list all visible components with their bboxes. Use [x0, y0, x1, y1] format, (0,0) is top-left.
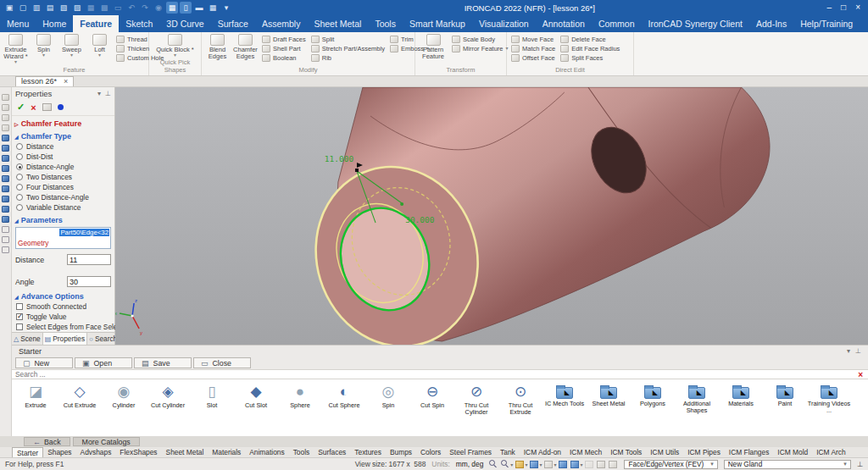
copy-icon[interactable]: ▩ [98, 2, 110, 14]
catalog-item[interactable]: ⊙Thru Cut Extrude [498, 384, 542, 416]
side-panel-tab[interactable]: ▤Properties [43, 333, 87, 345]
clear-search-icon[interactable]: × [858, 370, 865, 379]
menu-tab[interactable]: Visualization [472, 15, 536, 32]
parameters-header[interactable]: ◢ Parameters [12, 213, 114, 225]
dock-catalog-shape-icon[interactable] [2, 206, 9, 213]
catalog-item[interactable]: ◆Cut Slot [234, 384, 278, 409]
catalog-item[interactable]: ▯Slot [190, 384, 234, 409]
menu-tab[interactable]: 3D Curve [159, 15, 210, 32]
catalog-tab[interactable]: Sheet Metal [162, 447, 209, 457]
ribbon-button-small[interactable]: Scale Body [452, 36, 509, 43]
catalog-tab[interactable]: Materials [208, 447, 245, 457]
menu-tab[interactable]: IronCAD Synergy Client [641, 15, 748, 32]
ribbon-button-large[interactable]: Quick Block *▾ [155, 33, 196, 58]
menu-tab[interactable]: Tools [368, 15, 403, 32]
dock-measure-tool-icon[interactable] [2, 226, 9, 233]
import-icon[interactable]: ▧ [58, 2, 70, 14]
chamfer-type-option[interactable]: Four Distances [12, 182, 114, 192]
status-icon-button[interactable] [585, 461, 594, 468]
drag-handle-base[interactable] [355, 169, 359, 172]
catalog-toolbar-button[interactable]: ▣Open [75, 357, 132, 368]
catalog-item[interactable]: ●Sphere [278, 384, 322, 409]
close-button[interactable]: × [855, 1, 860, 14]
catalog-toolbar-button[interactable]: ▢New [15, 357, 73, 368]
menu-tab[interactable]: Assembly [255, 15, 308, 32]
ribbon-button-large[interactable]: Pattern Feature [417, 33, 449, 60]
catalog-tab[interactable]: ICM Tools [606, 447, 646, 457]
advance-option-checkbox[interactable]: Select Edges from Face Selection [12, 322, 114, 332]
catalog-tab[interactable]: Animations [245, 447, 288, 457]
status-icon-button[interactable]: ▾ [515, 461, 527, 468]
catalog-toolbar-button[interactable]: ▤Save [134, 357, 192, 368]
undo-icon[interactable]: ↶ [125, 2, 137, 14]
new-scene-icon[interactable]: ▢ [17, 2, 29, 14]
menu-tab[interactable]: Sketch [119, 15, 159, 32]
side-panel-tab[interactable]: △Scene [12, 333, 43, 345]
ribbon-button-small[interactable]: Match Face [511, 45, 555, 53]
catalog-item[interactable]: ⊘Thru Cut Cylinder [454, 384, 498, 416]
dock-clip-tool-icon[interactable] [2, 246, 9, 253]
angle-input[interactable] [67, 276, 111, 287]
ribbon-button-small[interactable]: Shell Part [262, 45, 306, 53]
back-button[interactable]: ← Back [24, 437, 70, 446]
ribbon-button-large[interactable]: Spin▾ [30, 33, 58, 64]
menu-tab[interactable]: Common [592, 15, 642, 32]
panel-pin-icon[interactable]: ⊥ [105, 90, 111, 97]
catalog-search-input[interactable] [15, 370, 858, 379]
chamfer-type-option[interactable]: Distance [12, 141, 114, 152]
ribbon-button-small[interactable]: Boolean [262, 54, 306, 62]
dock-extrude-icon[interactable] [2, 94, 9, 101]
catalog-tab[interactable]: Steel Frames [445, 447, 496, 457]
dock-catalog-shape-icon[interactable] [2, 155, 9, 162]
ribbon-button-small[interactable]: Rib [311, 54, 385, 62]
layout-icon[interactable]: ▦ [207, 2, 219, 14]
catalog-item[interactable]: Sheet Metal [587, 384, 631, 407]
dock-sweep-icon[interactable] [2, 114, 9, 121]
menu-tab[interactable]: Help/Training [793, 15, 860, 32]
catalog-tab[interactable]: FlexShapes [115, 447, 161, 457]
dock-catalog-shape-icon[interactable] [2, 196, 9, 202]
status-icon-button[interactable] [489, 460, 498, 468]
status-icon-button[interactable]: ▾ [530, 461, 542, 468]
ribbon-button-small[interactable]: Offset Face [511, 54, 555, 62]
catalog-tab[interactable]: ICM Arch [812, 447, 849, 457]
catalog-item[interactable]: Polygons [631, 384, 675, 407]
qat-more-icon[interactable]: ▾ [220, 2, 232, 14]
catalog-item[interactable]: ◉Cylinder [102, 384, 146, 409]
catalog-item[interactable]: ◐Cut Sphere [322, 384, 366, 409]
panel-collapse-icon[interactable]: ▾ [97, 90, 101, 97]
status-icon-button[interactable] [609, 461, 618, 468]
export-icon[interactable]: ▨ [71, 2, 83, 14]
catalog-tab[interactable]: ICM Flanges [725, 447, 773, 457]
ribbon-button-small[interactable]: Split [311, 36, 385, 43]
menu-tab[interactable]: Sheet Metal [307, 15, 368, 32]
menu-tab[interactable]: Annotation [536, 15, 592, 32]
catalog-tab[interactable]: ICM Pipes [683, 447, 725, 457]
chamfer-type-header[interactable]: ◢ Chamfer Type [12, 129, 114, 141]
paste-icon[interactable]: ▭ [112, 2, 124, 14]
catalog-tab[interactable]: Advshaps [76, 447, 116, 457]
catalog-tab[interactable]: Starter [12, 447, 43, 457]
catalog-tab[interactable]: ICM Add-on [520, 447, 565, 457]
chamfer-type-option[interactable]: Two Distance-Angle [12, 192, 114, 202]
status-corner-icon[interactable]: ⊥ [857, 460, 863, 468]
advance-option-checkbox[interactable]: Toggle Value [12, 312, 114, 322]
catalog-item[interactable]: Additional Shapes [675, 384, 719, 414]
ribbon-button-small[interactable]: Move Face [511, 36, 555, 43]
ribbon-button-large[interactable]: Chamfer Edges [231, 33, 259, 60]
grid-snap-icon[interactable]: ▦ [166, 2, 178, 14]
starter-pin-icon[interactable]: ⊥ [855, 347, 861, 355]
geometry-selection-box[interactable]: Geometry Part50\Edge<32 [15, 227, 111, 249]
document-tab[interactable]: lesson 26* × [15, 76, 74, 86]
catalog-tab[interactable]: Colors [416, 447, 445, 457]
status-icon-button[interactable]: ▾ [570, 461, 582, 468]
catalog-item[interactable]: ◇Cut Extrude [58, 384, 102, 409]
more-catalogs-button[interactable]: More Catalogs [73, 437, 140, 446]
catalog-tab[interactable]: ICM Mold [773, 447, 812, 457]
command-search[interactable]: Search Commands... [860, 15, 868, 32]
ribbon-button-large[interactable]: Extrude Wizard *▾ [2, 33, 30, 64]
save-icon[interactable]: ▤ [44, 2, 56, 14]
advance-options-header[interactable]: ◢ Advance Options [12, 289, 114, 301]
dock-catalog-shape-icon[interactable] [2, 175, 9, 182]
print-icon[interactable]: ▦ [85, 2, 97, 14]
